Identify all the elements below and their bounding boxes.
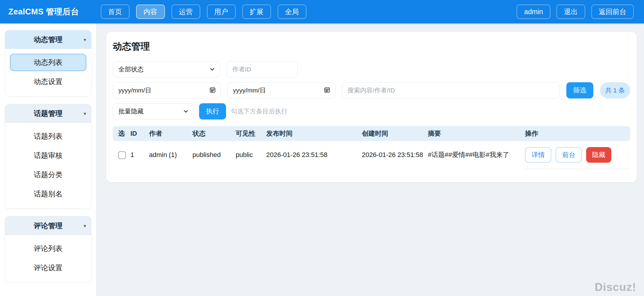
logout-button[interactable]: 退出 [556,5,585,19]
author-id-input[interactable] [227,61,298,77]
date-to-input[interactable]: yyyy/mm/日 [227,82,335,98]
brand-title: ZealCMS 管理后台 [8,6,79,17]
nav-item-users[interactable]: 用户 [207,5,236,19]
sidebar-group-topics: 话题管理 ▾ 话题列表 话题审核 话题分类 话题别名 [5,104,91,209]
sidebar-item-topic-category[interactable]: 话题分类 [10,166,86,183]
discuz-watermark: Discuz! [595,281,636,294]
table-header-row: 选 ID 作者 状态 可见性 发布时间 创建时间 摘要 操作 [113,126,630,141]
cell-author: admin (1) [149,141,192,169]
table-row: 1 admin (1) published public 2026-01-26 … [113,141,630,169]
col-header-select: 选 [113,126,130,141]
nav-item-global[interactable]: 全局 [278,5,306,19]
chevron-down-icon [183,108,189,115]
sidebar-group-header-topics[interactable]: 话题管理 ▾ [5,104,91,123]
col-header-author: 作者 [149,126,192,141]
date-from-value: yyyy/mm/日 [118,86,151,95]
sidebar-group-title: 话题管理 [34,109,63,118]
sidebar-group-feeds: 动态管理 ▾ 动态列表 动态设置 [5,30,91,97]
row-actions: 详情 前台 隐藏 [525,147,630,163]
sidebar-item-comment-settings[interactable]: 评论设置 [10,259,86,276]
content-card: 动态管理 全部状态 yyyy/mm/日 [106,32,637,182]
date-to-value: yyyy/mm/日 [233,86,266,95]
cell-id: 1 [130,141,149,169]
detail-button[interactable]: 详情 [525,147,551,163]
execute-button[interactable]: 执行 [199,103,226,119]
nav-item-operations[interactable]: 运营 [171,5,200,19]
sidebar-group-header-comments[interactable]: 评论管理 ▾ [5,216,91,235]
sidebar-group-title: 动态管理 [34,35,63,44]
search-input[interactable] [342,82,560,98]
page-title: 动态管理 [113,40,630,53]
nav-item-extensions[interactable]: 扩展 [242,5,271,19]
batch-hint: 勾选下方条目后执行 [231,107,288,116]
sidebar-group-comments: 评论管理 ▾ 评论列表 评论设置 [5,216,91,283]
count-badge: 共 1 条 [600,82,630,98]
caret-down-icon: ▾ [84,37,86,42]
feed-table: 选 ID 作者 状态 可见性 发布时间 创建时间 摘要 操作 1 [113,126,630,169]
nav-item-home[interactable]: 首页 [101,5,130,19]
sidebar-item-feed-settings[interactable]: 动态设置 [10,73,86,90]
sidebar: 动态管理 ▾ 动态列表 动态设置 话题管理 ▾ 话题列表 话题审核 话题分类 话… [0,23,97,296]
main-nav: 首页 内容 运营 用户 扩展 全局 [101,5,306,19]
cell-status: published [192,141,235,169]
col-header-publish-time: 发布时间 [266,126,362,141]
cell-summary: #话题##爱情##电影#我来了 [428,141,525,169]
main-content: 动态管理 全部状态 yyyy/mm/日 [97,23,644,296]
filter-button[interactable]: 筛选 [566,82,593,98]
row-checkbox[interactable] [118,151,126,159]
cell-create-time: 2026-01-26 23:51:58 [362,141,428,169]
admin-user-button[interactable]: admin [517,5,550,19]
sidebar-item-topic-list[interactable]: 话题列表 [10,128,86,145]
chevron-down-icon [209,66,216,73]
batch-action-select[interactable]: 批量隐藏 [113,103,194,119]
col-header-create-time: 创建时间 [362,126,428,141]
hide-button[interactable]: 隐藏 [586,147,611,163]
date-from-input[interactable]: yyyy/mm/日 [113,82,221,98]
nav-item-content[interactable]: 内容 [136,5,165,19]
col-header-id: ID [130,126,149,141]
caret-down-icon: ▾ [84,110,86,116]
batch-action-value: 批量隐藏 [118,107,144,116]
topbar: ZealCMS 管理后台 首页 内容 运营 用户 扩展 全局 admin 退出 … [0,0,644,23]
sidebar-group-title: 评论管理 [34,221,63,231]
status-select[interactable]: 全部状态 [113,61,220,77]
cell-visibility: public [235,141,266,169]
frontend-button[interactable]: 前台 [556,147,582,163]
col-header-visibility: 可见性 [235,126,266,141]
sidebar-group-header-feeds[interactable]: 动态管理 ▾ [5,30,91,49]
cell-publish-time: 2026-01-26 23:51:58 [266,141,362,169]
sidebar-item-topic-review[interactable]: 话题审核 [10,147,86,164]
back-to-frontend-button[interactable]: 返回前台 [591,5,634,19]
topbar-user-actions: admin 退出 返回前台 [517,5,634,19]
col-header-status: 状态 [192,126,235,141]
col-header-summary: 摘要 [428,126,525,141]
status-select-value: 全部状态 [118,65,144,74]
sidebar-item-topic-alias[interactable]: 话题别名 [10,185,86,203]
sidebar-item-feed-list[interactable]: 动态列表 [10,54,86,71]
sidebar-item-comment-list[interactable]: 评论列表 [10,240,86,257]
caret-down-icon: ▾ [84,223,86,228]
calendar-icon[interactable] [209,86,216,95]
col-header-actions: 操作 [525,126,630,141]
calendar-icon[interactable] [324,86,330,95]
